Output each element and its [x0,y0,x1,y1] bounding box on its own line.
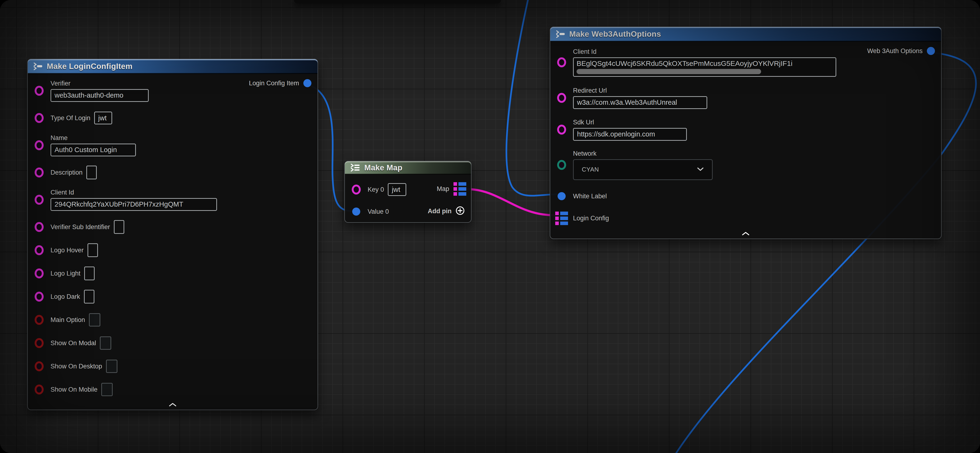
pin-label: Show On Mobile [51,386,97,393]
pin-row-show-on-modal: Show On Modal [28,336,312,350]
enum-pin[interactable] [557,160,566,170]
map-container-pin[interactable] [555,212,568,225]
wire-map-to-login-config[interactable] [466,189,555,215]
client-id-scrollbar[interactable] [577,69,761,74]
network-selected-value: CYAN [582,166,599,173]
description-input[interactable] [86,166,97,179]
pin-label: Logo Light [51,270,80,277]
string-pin[interactable] [35,168,44,177]
string-pin[interactable] [35,86,44,96]
output-web3auth-options[interactable]: Web 3Auth Options [867,47,935,55]
bool-pin[interactable] [35,315,44,325]
pin-row-logo-light: Logo Light [28,267,312,280]
verifier-input[interactable]: web3auth-auth0-demo [51,89,149,102]
pin-label: Main Option [51,316,85,324]
redirect-url-input[interactable]: w3a://com.w3a.Web3AuthUnreal [573,96,707,109]
pin-label: Sdk Url [573,119,687,126]
add-pin-button[interactable]: Add pin [428,206,465,216]
collapse-chevron-icon[interactable] [740,231,751,237]
logo-light-input[interactable] [84,266,95,280]
add-pin-label: Add pin [428,207,452,215]
pin-label: Verifier [51,80,149,87]
show-on-modal-checkbox[interactable] [100,336,111,350]
string-pin[interactable] [35,140,44,150]
pin-row-name: Name Auth0 Custom Login [28,135,312,156]
string-pin[interactable] [557,57,566,67]
node-make-web3authoptions[interactable]: Make Web3AuthOptions Web 3Auth Options C… [550,27,942,239]
client-id-input[interactable]: 294QRkchfq2YaXUbPri7D6PH7xzHgQMT [51,198,217,211]
pin-row-sdk-url: Sdk Url https://sdk.openlogin.com [550,119,935,140]
pin-label: Logo Dark [51,293,80,301]
map-container-pin[interactable] [453,182,466,196]
output-pin-label: Login Config Item [249,79,299,87]
node-header-make-loginconfigitem[interactable]: Make LoginConfigItem [28,59,318,74]
make-struct-icon [33,62,43,70]
pin-label: Name [51,134,136,142]
node-make-map[interactable]: Make Map Key 0 jwt Value 0 Map [344,161,471,223]
string-pin[interactable] [35,291,44,302]
output-login-config-item[interactable]: Login Config Item [249,79,312,87]
pin-label: Description [51,169,83,176]
pin-label: Client Id [51,189,217,196]
string-pin[interactable] [35,222,44,232]
pin-row-client-id: Client Id 294QRkchfq2YaXUbPri7D6PH7xzHgQ… [28,189,312,211]
string-pin[interactable] [352,185,361,195]
show-on-desktop-checkbox[interactable] [106,360,118,373]
main-option-checkbox[interactable] [89,313,100,326]
pin-label: White Label [573,193,607,200]
pin-row-logo-dark: Logo Dark [28,290,312,303]
node-title: Make Map [364,163,402,172]
pin-row-description: Description [28,166,312,179]
string-pin[interactable] [35,268,44,279]
object-output-pin[interactable] [927,47,935,55]
pin-row-show-on-mobile: Show On Mobile [28,383,312,396]
network-dropdown[interactable]: CYAN [573,159,713,180]
pin-row-network: Network CYAN [550,151,935,179]
type-of-login-input[interactable]: jwt [94,112,112,124]
pin-label: Show On Modal [51,339,96,347]
string-pin[interactable] [557,125,566,135]
collapse-chevron-icon[interactable] [167,402,178,408]
pin-label: Logo Hover [51,247,84,254]
pin-row-verifier-sub-identifier: Verifier Sub Identifier [28,220,312,234]
string-pin[interactable] [557,93,566,103]
pin-label: Verifier Sub Identifier [51,223,110,231]
node-header-make-web3authoptions[interactable]: Make Web3AuthOptions [550,27,941,42]
pin-row-show-on-desktop: Show On Desktop [28,360,312,373]
pin-label: Redirect Url [573,87,707,94]
node-header-make-map[interactable]: Make Map [345,162,471,174]
pin-row-type-of-login: Type Of Login jwt [28,111,312,125]
pin-label: Show On Desktop [51,363,102,370]
verifier-sub-identifier-input[interactable] [114,220,124,234]
show-on-mobile-checkbox[interactable] [101,383,113,396]
key0-input[interactable]: jwt [388,183,406,196]
object-pin[interactable] [352,207,360,215]
logo-hover-input[interactable] [88,243,98,257]
pin-label: Value 0 [368,208,389,215]
bool-pin[interactable] [35,361,44,371]
make-map-icon [350,164,361,172]
name-input[interactable]: Auth0 Custom Login [51,144,136,156]
sdk-url-input[interactable]: https://sdk.openlogin.com [573,128,687,141]
blueprint-canvas[interactable]: Make LoginConfigItem Login Config Item V… [0,0,980,453]
client-id-input[interactable]: BEglQSgt4cUWcj6SKRdu5QkOXTsePmMcusG5EAoy… [573,57,836,77]
pin-row-redirect-url: Redirect Url w3a://com.w3a.Web3AuthUnrea… [550,87,935,109]
pin-label: Login Config [573,215,609,222]
string-pin[interactable] [35,113,44,123]
node-title: Make LoginConfigItem [47,62,132,71]
pin-label: Network [573,150,713,157]
node-make-loginconfigitem[interactable]: Make LoginConfigItem Login Config Item V… [27,59,318,410]
plus-circle-icon [455,206,465,216]
pin-label: Client Id [573,48,836,55]
pin-row-logo-hover: Logo Hover [28,244,312,257]
pin-label: Type Of Login [51,114,91,122]
string-pin[interactable] [35,245,44,255]
bool-pin[interactable] [35,385,44,394]
bool-pin[interactable] [35,338,44,348]
output-map[interactable]: Map [437,182,466,196]
output-pin-label: Web 3Auth Options [867,48,923,55]
object-output-pin[interactable] [303,79,312,87]
logo-dark-input[interactable] [84,290,94,304]
string-pin[interactable] [35,195,44,205]
object-pin[interactable] [558,192,566,200]
